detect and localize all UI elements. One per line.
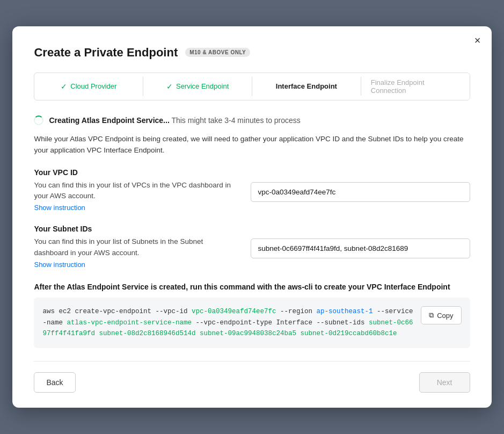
copy-button[interactable]: ⧉ Copy [421,306,461,324]
step-label-interface-endpoint: Interface Endpoint [276,82,337,90]
vpc-description: You can find this in your list of VPCs i… [34,181,230,200]
cli-section: After the Atlas Endpoint Service is crea… [34,281,470,348]
vpc-show-instruction[interactable]: Show instruction [34,204,85,212]
status-bold: Creating Atlas Endpoint Service... [49,116,169,125]
subnet-section-left: You can find this in your list of Subnet… [34,236,238,269]
description-text: While your Atlas VPC Endpoint is being c… [34,134,470,156]
subnet-description: You can find this in your list of Subnet… [34,237,203,256]
status-text: Creating Atlas Endpoint Service... This … [49,116,300,125]
modal: × Create a Private Endpoint M10 & ABOVE … [12,26,491,408]
modal-title: Create a Private Endpoint M10 & ABOVE ON… [34,46,470,60]
steps-nav: ✓ Cloud Provider ✓ Service Endpoint Inte… [34,73,470,100]
subnet-ids-input[interactable] [251,238,470,258]
subnet-section-right [251,236,470,258]
cli-title: After the Atlas Endpoint Service is crea… [34,281,470,292]
step-label-service-endpoint: Service Endpoint [176,82,229,90]
subnet-section-title: Your Subnet IDs [34,225,470,233]
subnet-section: Your Subnet IDs You can find this in you… [34,225,470,269]
vpc-section-right [251,180,470,202]
footer-divider [34,361,470,361]
check-icon-2: ✓ [166,82,173,91]
vpc-section-left: You can find this in your list of VPCs i… [34,180,238,212]
step-finalize-endpoint: Finalize Endpoint Connection [361,73,470,100]
vpc-id-input[interactable] [251,182,470,202]
cli-code: aws ec2 create-vpc-endpoint --vpc-id vpc… [42,306,414,339]
step-service-endpoint[interactable]: ✓ Service Endpoint [143,77,252,96]
step-cloud-provider[interactable]: ✓ Cloud Provider [34,77,143,96]
back-button[interactable]: Back [34,372,75,393]
cli-region: ap-southeast-1 [317,308,373,315]
cli-service-name: atlas-vpc-endpoint-service-name [67,319,192,327]
copy-icon: ⧉ [429,311,434,320]
step-label-cloud-provider: Cloud Provider [70,82,116,90]
cli-vpc-id: vpc-0a0349eafd74ee7fc [192,308,276,315]
cli-prefix: aws ec2 create-vpc-endpoint --vpc-id [42,308,192,315]
step-interface-endpoint[interactable]: Interface Endpoint [252,77,361,96]
cli-type: --vpc-endpoint-type Interface --subnet-i… [192,319,369,327]
cli-region-label: --region [276,308,317,315]
loading-spinner [34,115,43,125]
status-bar: Creating Atlas Endpoint Service... This … [34,115,470,125]
vpc-section: Your VPC ID You can find this in your li… [34,168,470,212]
status-muted: This might take 3-4 minutes to process [171,116,300,125]
footer: Back Next [34,372,470,393]
cli-box: aws ec2 create-vpc-endpoint --vpc-id vpc… [34,298,470,348]
page-title: Create a Private Endpoint [34,46,178,60]
close-button[interactable]: × [474,35,481,46]
subnet-show-instruction[interactable]: Show instruction [34,261,85,269]
vpc-section-title: Your VPC ID [34,168,470,177]
step-label-finalize-endpoint: Finalize Endpoint Connection [371,78,460,95]
next-button[interactable]: Next [419,372,470,393]
check-icon-1: ✓ [61,82,67,91]
copy-label: Copy [437,312,453,320]
tier-badge: M10 & ABOVE ONLY [185,48,250,57]
